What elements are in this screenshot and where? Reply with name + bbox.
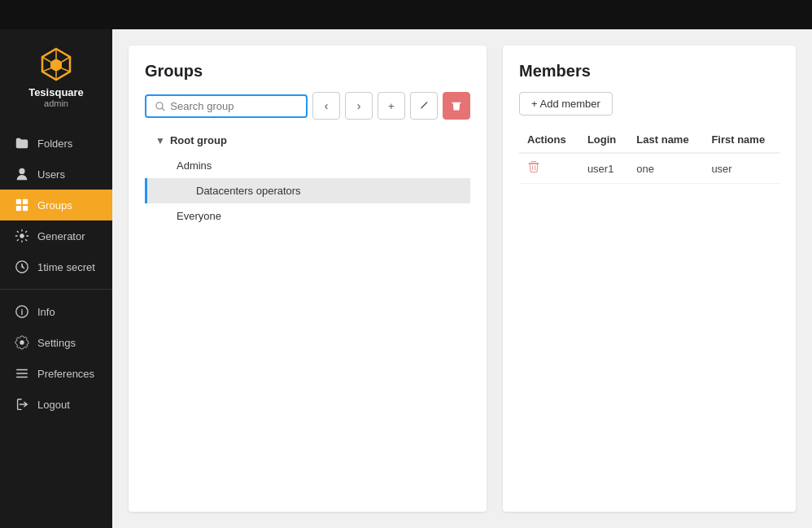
svg-rect-9 <box>16 206 21 211</box>
table-row: user1 one user <box>519 153 779 184</box>
members-table: Actions Login Last name First name user <box>519 127 779 184</box>
onetimesecret-label: 1time secret <box>37 261 95 273</box>
tree-item-everyone[interactable]: Everyone <box>145 203 470 229</box>
delete-member-button[interactable] <box>527 160 540 177</box>
col-actions: Actions <box>519 127 579 153</box>
svg-line-3 <box>42 57 50 62</box>
sidebar-logo: Tesisquare admin <box>0 37 112 121</box>
svg-rect-10 <box>23 206 28 211</box>
groups-tree: ▼ Root group Admins Datacenters operator… <box>145 128 470 495</box>
preferences-icon <box>15 366 29 381</box>
sidebar-item-info[interactable]: Info <box>0 296 112 327</box>
col-lastname: Last name <box>628 127 703 153</box>
folder-icon <box>15 136 29 151</box>
sidebar-item-users[interactable]: Users <box>0 159 112 190</box>
col-login: Login <box>579 127 628 153</box>
sidebar-item-groups[interactable]: Groups <box>0 190 112 220</box>
sidebar-item-settings[interactable]: Settings <box>0 327 112 358</box>
sidebar-item-folders[interactable]: Folders <box>0 128 112 159</box>
members-title: Members <box>519 62 779 81</box>
tree-item-admins[interactable]: Admins <box>145 153 470 178</box>
svg-rect-8 <box>23 199 28 204</box>
sidebar: Tesisquare admin Folders Users Groups <box>0 29 112 528</box>
groups-toolbar: ‹ › + <box>145 92 470 120</box>
row-login: user1 <box>579 153 628 184</box>
users-label: Users <box>37 168 65 181</box>
logout-label: Logout <box>37 399 70 411</box>
svg-line-6 <box>62 68 70 72</box>
groups-label: Groups <box>37 199 72 212</box>
row-lastname: one <box>628 153 703 184</box>
user-icon <box>15 167 29 181</box>
sidebar-item-generator[interactable]: Generator <box>0 220 112 251</box>
logo-icon <box>37 46 75 83</box>
sidebar-nav: Folders Users Groups Generator 1time sec… <box>0 128 112 528</box>
tree-item-root[interactable]: ▼ Root group <box>145 128 470 153</box>
sidebar-role: admin <box>44 98 68 108</box>
table-header-row: Actions Login Last name First name <box>519 127 779 153</box>
col-firstname: First name <box>703 127 779 153</box>
add-member-button[interactable]: + Add member <box>519 92 613 116</box>
add-group-button[interactable]: + <box>378 92 405 120</box>
grid-icon <box>15 198 29 212</box>
delete-group-button[interactable] <box>443 92 470 120</box>
svg-line-15 <box>162 107 164 110</box>
row-actions <box>519 153 579 184</box>
info-icon <box>15 304 29 319</box>
topbar <box>0 0 812 29</box>
info-label: Info <box>37 306 55 318</box>
svg-point-11 <box>20 233 24 238</box>
svg-rect-16 <box>452 103 461 103</box>
settings-label: Settings <box>37 337 76 349</box>
sidebar-item-onetimesecret[interactable]: 1time secret <box>0 251 112 282</box>
sidebar-item-logout[interactable]: Logout <box>0 389 112 420</box>
search-box <box>145 94 308 118</box>
add-member-label: + Add member <box>531 98 600 110</box>
search-icon <box>155 100 165 112</box>
chevron-down-icon: ▼ <box>155 135 165 146</box>
edit-group-button[interactable] <box>410 92 438 120</box>
members-panel: Members + Add member Actions Login Last … <box>503 46 796 512</box>
groups-panel: Groups ‹ › + ▼ <box>129 46 487 512</box>
svg-line-4 <box>62 57 70 62</box>
prev-button[interactable]: ‹ <box>312 92 340 120</box>
folders-label: Folders <box>37 137 72 150</box>
generator-icon <box>15 229 29 243</box>
sidebar-divider <box>0 289 112 290</box>
tree-item-datacenters[interactable]: Datacenters operators <box>145 178 470 203</box>
clock-icon <box>15 260 29 274</box>
svg-line-5 <box>42 68 50 72</box>
everyone-label: Everyone <box>177 210 221 222</box>
settings-icon <box>15 335 29 350</box>
sidebar-item-preferences[interactable]: Preferences <box>0 358 112 389</box>
generator-label: Generator <box>37 230 85 242</box>
sidebar-bottom: Info Settings Preferences Logout <box>0 296 112 420</box>
main-content: Groups ‹ › + ▼ <box>112 29 812 528</box>
sidebar-brand: Tesisquare <box>28 86 84 98</box>
datacenters-label: Datacenters operators <box>196 185 301 197</box>
admins-label: Admins <box>177 159 212 172</box>
preferences-label: Preferences <box>37 368 94 380</box>
logout-icon <box>15 397 29 412</box>
svg-rect-7 <box>16 199 21 204</box>
next-button[interactable]: › <box>345 92 373 120</box>
search-input[interactable] <box>170 100 298 112</box>
row-firstname: user <box>703 153 779 184</box>
groups-title: Groups <box>145 62 470 81</box>
root-group-label: Root group <box>170 134 227 146</box>
